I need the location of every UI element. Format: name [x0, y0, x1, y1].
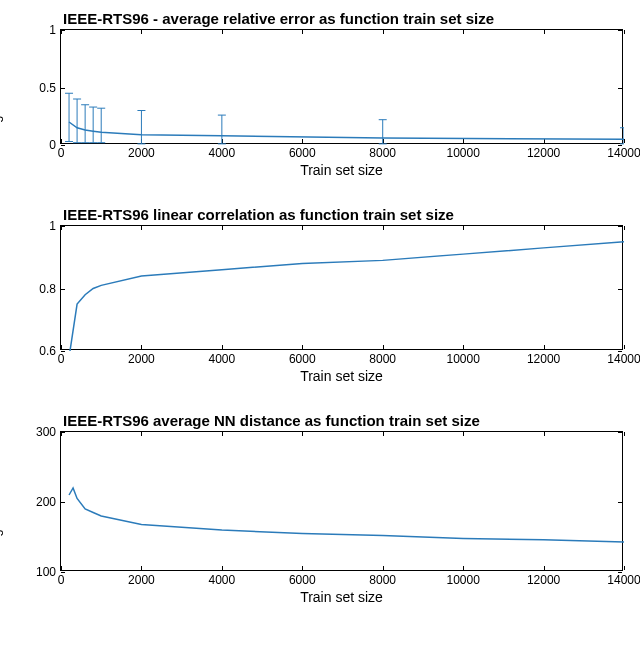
x-tick-label: 0 — [58, 573, 65, 587]
y-tick-label: 100 — [36, 565, 56, 579]
tick-mark — [61, 145, 65, 146]
x-tick-label: 8000 — [369, 573, 396, 587]
y-axis-label: Average relative error — [0, 32, 3, 157]
y-tick-label: 0.6 — [39, 344, 56, 358]
tick-mark — [624, 30, 625, 34]
data-line — [69, 488, 624, 542]
y-tick-label: 1 — [49, 23, 56, 37]
x-axis-label: Train set size — [60, 368, 623, 384]
x-tick-label: 6000 — [289, 146, 316, 160]
x-tick-label: 2000 — [128, 146, 155, 160]
y-axis-label: Average NN distance — [0, 447, 3, 570]
error-bar — [89, 107, 97, 143]
plot-area: 0200040006000800010000120001400010020030… — [60, 431, 623, 571]
x-tick-label: 14000 — [607, 146, 640, 160]
x-tick-label: 12000 — [527, 352, 560, 366]
error-bar — [218, 115, 226, 144]
x-tick-label: 6000 — [289, 573, 316, 587]
x-tick-label: 8000 — [369, 146, 396, 160]
chart-title: IEEE-RTS96 linear correlation as functio… — [63, 206, 635, 223]
x-tick-label: 14000 — [607, 573, 640, 587]
plot-area: 020004000600080001000012000140000.60.81 — [60, 225, 623, 350]
y-tick-label: 0.5 — [39, 81, 56, 95]
y-tick-label: 0 — [49, 138, 56, 152]
y-axis-label: Linear correlation — [0, 245, 3, 345]
x-tick-label: 2000 — [128, 352, 155, 366]
error-bar — [137, 111, 145, 144]
x-tick-label: 4000 — [208, 146, 235, 160]
error-bar — [81, 105, 89, 143]
tick-mark — [624, 226, 625, 230]
error-bar — [73, 99, 81, 143]
x-tick-label: 2000 — [128, 573, 155, 587]
x-tick-label: 10000 — [446, 573, 479, 587]
data-line — [69, 242, 624, 351]
x-axis-label: Train set size — [60, 162, 623, 178]
x-tick-label: 0 — [58, 146, 65, 160]
tick-mark — [61, 572, 65, 573]
plot-area: 0200040006000800010000120001400000.51 — [60, 29, 623, 144]
x-tick-label: 0 — [58, 352, 65, 366]
y-tick-label: 1 — [49, 219, 56, 233]
x-tick-label: 4000 — [208, 352, 235, 366]
tick-mark — [618, 351, 622, 352]
x-axis-label: Train set size — [60, 589, 623, 605]
tick-mark — [624, 566, 625, 570]
y-tick-label: 300 — [36, 425, 56, 439]
data-line — [69, 122, 624, 139]
series-svg — [61, 226, 624, 351]
x-tick-label: 10000 — [446, 146, 479, 160]
chart-1: Linear correlationIEEE-RTS96 linear corr… — [5, 206, 635, 384]
error-bar — [379, 120, 387, 144]
y-tick-label: 200 — [36, 495, 56, 509]
tick-mark — [624, 345, 625, 349]
tick-mark — [624, 139, 625, 143]
series-svg — [61, 30, 624, 145]
chart-title: IEEE-RTS96 - average relative error as f… — [63, 10, 635, 27]
x-tick-label: 12000 — [527, 573, 560, 587]
series-svg — [61, 432, 624, 572]
chart-2: Average NN distanceIEEE-RTS96 average NN… — [5, 412, 635, 605]
error-bar — [620, 128, 624, 144]
tick-mark — [624, 432, 625, 436]
tick-mark — [61, 351, 65, 352]
x-tick-label: 8000 — [369, 352, 396, 366]
error-bar — [97, 108, 105, 143]
error-bar — [65, 93, 73, 141]
tick-mark — [618, 145, 622, 146]
x-tick-label: 6000 — [289, 352, 316, 366]
y-tick-label: 0.8 — [39, 282, 56, 296]
tick-mark — [618, 572, 622, 573]
x-tick-label: 4000 — [208, 573, 235, 587]
chart-0: Average relative errorIEEE-RTS96 - avera… — [5, 10, 635, 178]
x-tick-label: 10000 — [446, 352, 479, 366]
chart-title: IEEE-RTS96 average NN distance as functi… — [63, 412, 635, 429]
x-tick-label: 14000 — [607, 352, 640, 366]
x-tick-label: 12000 — [527, 146, 560, 160]
